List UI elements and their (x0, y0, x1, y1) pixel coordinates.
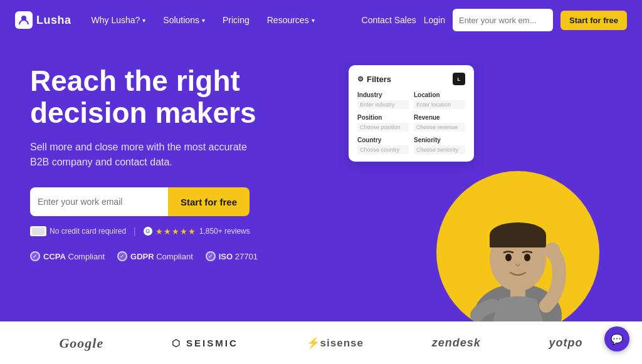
hero-section: Reach the right decision makers Sell mor… (0, 40, 642, 321)
logo-sisense: ⚡sisense (307, 336, 364, 350)
svg-rect-4 (490, 235, 546, 247)
filter-seniority: Seniority Choose seniority (414, 137, 465, 154)
filter-industry: Industry Enter industry (357, 91, 409, 109)
logo-text: Lusha (36, 14, 71, 27)
svg-point-7 (505, 254, 512, 261)
filter-icon: ⚙ (357, 75, 364, 83)
chevron-down-icon: ▾ (142, 17, 145, 24)
filter-country: Country Choose country (357, 137, 409, 154)
nav-right: Contact Sales Login Start for free (362, 9, 627, 31)
svg-point-6 (545, 242, 560, 257)
logo-yotpo: yotpo (549, 336, 583, 350)
star-rating: ★★★★★ (155, 227, 196, 236)
nav-item-pricing[interactable]: Pricing (215, 11, 257, 29)
nav-start-free-button[interactable]: Start for free (560, 11, 627, 30)
filter-revenue: Revenue Choose revenue (414, 114, 465, 132)
filter-card: ⚙ Filters L Industry Enter industry Loca… (349, 65, 474, 162)
nav-item-solutions[interactable]: Solutions ▾ (155, 11, 213, 29)
logo-seismic: ⬡ SEISMIC (172, 338, 238, 349)
filter-position: Position Choose position (357, 114, 409, 132)
logo-zendesk: zendesk (432, 336, 481, 350)
fab-button[interactable]: 💬 (604, 326, 629, 351)
check-icon (30, 251, 40, 261)
nav-item-resources[interactable]: Resources ▾ (260, 11, 322, 29)
hero-subtitle: Sell more and close more with the most a… (30, 140, 268, 170)
filter-fields: Industry Enter industry Location Enter l… (357, 91, 465, 154)
gdpr-badge: GDPR Compliant (117, 251, 193, 261)
chat-icon: 💬 (611, 333, 623, 345)
hero-left: Reach the right decision makers Sell mor… (30, 59, 324, 321)
chevron-down-icon: ▾ (202, 17, 205, 24)
hero-start-free-button[interactable]: Start for free (168, 187, 250, 216)
nav-item-why-lusha[interactable]: Why Lusha? ▾ (84, 11, 154, 29)
navbar: Lusha Why Lusha? ▾ Solutions ▾ Pricing R… (0, 0, 642, 40)
nav-email-input[interactable] (453, 9, 553, 31)
iso-badge: ISO 27701 (206, 251, 258, 261)
credit-card-icon (30, 226, 46, 236)
page-wrapper: Lusha Why Lusha? ▾ Solutions ▾ Pricing R… (0, 0, 642, 364)
logos-bar: Google ⬡ SEISMIC ⚡sisense zendesk yotpo (0, 321, 642, 364)
no-credit-badge: No credit card required (30, 226, 126, 236)
hero-email-input[interactable] (30, 187, 168, 216)
check-icon (206, 251, 216, 261)
rating-badge: G ★★★★★ 1,850+ reviews (144, 227, 250, 236)
hero-right: ⚙ Filters L Industry Enter industry Loca… (324, 59, 612, 321)
logo[interactable]: Lusha (15, 11, 71, 29)
hero-trust: No credit card required | G ★★★★★ 1,850+… (30, 226, 324, 236)
compliance-badges: CCPA Compliant GDPR Compliant ISO 27701 (30, 251, 324, 261)
svg-point-8 (524, 254, 530, 261)
hero-person-circle (436, 171, 599, 321)
ccpa-badge: CCPA Compliant (30, 251, 105, 261)
filter-title: ⚙ Filters (357, 75, 391, 84)
hero-form: Start for free (30, 187, 324, 216)
hero-title: Reach the right decision makers (30, 65, 293, 128)
logo-icon (15, 11, 33, 29)
google-icon: G (144, 227, 152, 236)
filter-location: Location Enter location (414, 91, 465, 109)
check-icon (117, 251, 127, 261)
contact-sales-link[interactable]: Contact Sales (362, 15, 416, 25)
login-button[interactable]: Login (424, 15, 445, 25)
lusha-logo-small: L (453, 73, 465, 85)
hero-person-svg (449, 190, 587, 321)
nav-links: Why Lusha? ▾ Solutions ▾ Pricing Resourc… (84, 11, 362, 29)
logo-google: Google (59, 335, 103, 351)
filter-card-header: ⚙ Filters L (357, 73, 465, 85)
chevron-down-icon: ▾ (312, 17, 315, 24)
